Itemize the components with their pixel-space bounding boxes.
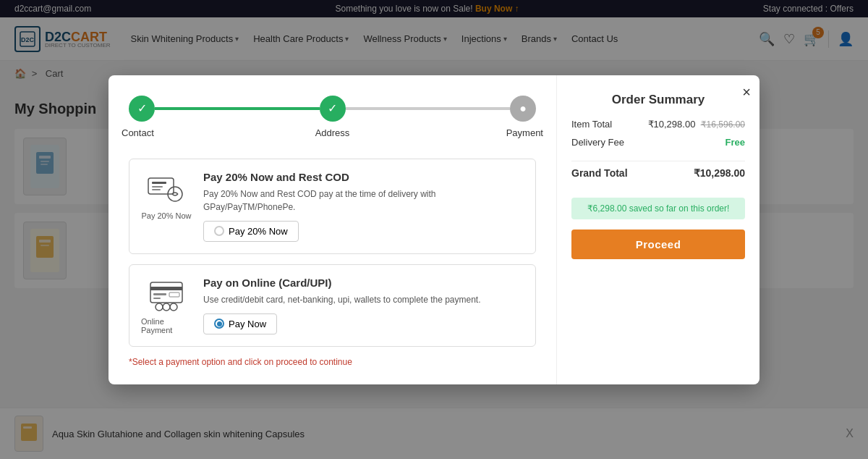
online-icon: Online Payment [141,277,192,312]
cod-illustration [145,171,188,207]
payment-option-online: Online Payment Pay on Online (Card/UPI) … [129,264,536,312]
item-total-values: ₹10,298.00 ₹16,596.00 [648,119,745,130]
step-payment-circle: ● [510,96,536,122]
radio-circle-cod [214,226,224,236]
cod-content: Pay 20% Now and Rest COD Pay 20% Now and… [203,171,524,242]
svg-rect-12 [152,182,166,184]
cod-icon: Pay 20% Now [141,171,192,220]
order-summary-title: Order Summary [571,93,745,107]
online-title: Pay on Online (Card/UPI) [203,277,524,289]
modal-right-panel: Order Summary Item Total ₹10,298.00 ₹16,… [557,75,760,312]
svg-rect-19 [153,298,161,299]
svg-rect-14 [152,189,161,190]
modal-left-panel: ✓ ✓ ● Contact Address Payment [109,75,557,312]
svg-rect-13 [152,186,163,188]
step-line-1 [155,107,320,110]
online-illustration [145,277,188,312]
grand-total-label: Grand Total [571,167,628,179]
step-label-payment: Payment [403,127,543,138]
svg-rect-20 [169,292,179,297]
steps-container: ✓ ✓ ● Contact Address Payment [129,96,536,138]
online-desc: Use credit/debit card, net-banking, upi,… [203,293,524,306]
svg-point-23 [170,303,177,311]
pay-20-now-button[interactable]: Pay 20% Now [203,221,299,242]
delivery-fee-value: Free [726,137,745,148]
grand-total-value: ₹10,298.00 [694,167,745,179]
online-content: Pay on Online (Card/UPI) Use credit/debi… [203,277,524,312]
svg-point-21 [156,303,163,311]
grand-total-row: Grand Total ₹10,298.00 [571,167,745,179]
payment-option-cod: Pay 20% Now Pay 20% Now and Rest COD Pay… [129,159,536,254]
savings-banner: ₹6,298.00 saved so far on this order! [571,198,745,219]
steps-labels: Contact Address Payment [129,127,536,138]
proceed-button[interactable]: Proceed [571,230,745,259]
order-divider [571,161,745,161]
step-address-circle: ✓ [320,96,346,122]
item-total-label: Item Total [571,119,612,130]
payment-modal: × ✓ ✓ ● Contact Address Payment [109,75,760,312]
cod-desc: Pay 20% Now and Rest COD pay at the time… [203,188,524,214]
delivery-fee-label: Delivery Fee [571,137,624,148]
modal-close-button[interactable]: × [742,84,751,101]
step-label-contact: Contact [122,127,262,138]
step-label-address: Address [262,127,402,138]
cod-title: Pay 20% Now and Rest COD [203,171,524,183]
step-line-2 [346,107,511,110]
steps-track: ✓ ✓ ● [129,96,536,122]
delivery-fee-row: Delivery Fee Free [571,137,745,148]
item-total-row: Item Total ₹10,298.00 ₹16,596.00 [571,119,745,130]
item-total: ₹10,298.00 [648,119,696,130]
step-contact-circle: ✓ [129,96,155,122]
item-total-original: ₹16,596.00 [701,119,745,130]
svg-rect-18 [153,293,166,295]
svg-rect-17 [150,287,182,290]
svg-point-22 [163,303,170,311]
modal-overlay: × ✓ ✓ ● Contact Address Payment [0,0,868,311]
